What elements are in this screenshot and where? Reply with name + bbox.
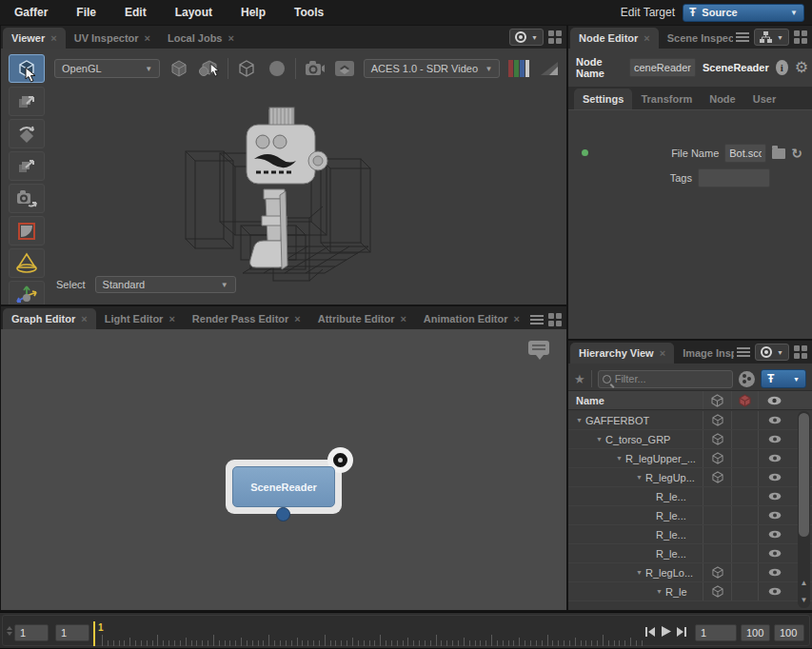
hierarchy-row[interactable]: ▼C_torso_GRP — [568, 430, 812, 449]
file-name-input[interactable] — [724, 144, 766, 163]
hierarchy-row[interactable]: ▼R_legLo... — [568, 563, 812, 582]
scroll-down-icon[interactable]: ▼ — [798, 596, 810, 604]
wireframe-toggle-button[interactable] — [235, 57, 259, 80]
render-cell[interactable] — [731, 468, 758, 486]
cube-column-header[interactable] — [703, 391, 731, 409]
cube-cell[interactable] — [703, 411, 731, 429]
cube-cell[interactable] — [703, 544, 731, 562]
channels-rgb-icon[interactable] — [506, 57, 530, 80]
bookmark-star-icon[interactable]: ★ — [574, 372, 585, 386]
exposure-gamma-icon[interactable] — [537, 57, 561, 80]
close-icon[interactable]: × — [228, 32, 233, 44]
expand-arrow-icon[interactable]: ▼ — [616, 455, 623, 462]
shading-mode-button[interactable] — [167, 57, 190, 80]
crop-window-tool-button[interactable] — [9, 216, 45, 246]
render-cell[interactable] — [731, 544, 758, 562]
tab-render-pass-editor[interactable]: Render Pass Editor× — [184, 308, 309, 329]
node-name-input[interactable] — [629, 58, 696, 77]
tab-node-editor[interactable]: Node Editor× — [570, 28, 659, 49]
scrollbar-thumb[interactable] — [799, 413, 809, 537]
hierarchy-row[interactable]: ▼R_le — [568, 582, 812, 601]
tab-hierarchy-view[interactable]: Hierarchy View× — [570, 343, 674, 364]
close-icon[interactable]: × — [294, 313, 300, 324]
layout-menu-icon[interactable] — [548, 30, 562, 44]
close-icon[interactable]: × — [50, 32, 56, 44]
gear-icon[interactable]: ⚙ — [795, 60, 808, 75]
graph-editor-canvas[interactable]: SceneReader — [1, 329, 566, 610]
layout-menu-icon[interactable] — [548, 313, 562, 326]
edit-target-dropdown[interactable]: Ŧ Source ▼ — [683, 4, 804, 22]
menu-layout[interactable]: Layout — [161, 6, 227, 19]
visibility-cell[interactable] — [758, 430, 790, 448]
selection-mask-button[interactable] — [197, 57, 221, 80]
tab-settings[interactable]: Settings — [574, 88, 632, 109]
playhead[interactable] — [93, 621, 95, 646]
tab-transform[interactable]: Transform — [632, 88, 701, 109]
menu-gaffer[interactable]: Gaffer — [0, 6, 62, 19]
refresh-icon[interactable]: ↻ — [791, 147, 802, 160]
folder-browse-icon[interactable] — [772, 148, 785, 159]
rotate-tool-button[interactable] — [9, 119, 45, 148]
expand-arrow-icon[interactable]: ▼ — [576, 417, 583, 423]
renderer-dropdown[interactable]: OpenGL ▼ — [54, 59, 160, 78]
current-frame-field[interactable] — [695, 624, 737, 641]
translate-tool-button[interactable] — [9, 87, 45, 116]
layout-menu-icon[interactable] — [794, 345, 807, 359]
render-cell[interactable] — [731, 411, 758, 429]
node-output-port[interactable] — [276, 507, 290, 521]
light-tool-button[interactable] — [9, 248, 45, 278]
tab-scene-inspecto[interactable]: Scene Inspecto — [659, 28, 733, 49]
close-icon[interactable]: × — [168, 313, 174, 324]
annotation-bubble-icon[interactable] — [528, 341, 549, 355]
filter-box[interactable] — [598, 370, 733, 388]
cube-cell[interactable] — [703, 582, 731, 600]
visibility-cell[interactable] — [758, 525, 790, 543]
tab-list-icon[interactable] — [736, 32, 749, 42]
display-transform-dropdown[interactable]: ACES 1.0 - SDR Video ▼ — [364, 59, 501, 78]
visibility-cell[interactable] — [758, 544, 790, 562]
scene-reader-node[interactable]: SceneReader — [226, 460, 342, 514]
cube-cell[interactable] — [703, 563, 731, 581]
select-tool-button[interactable] — [9, 54, 45, 83]
hierarchy-row[interactable]: ▼GAFFERBOT — [568, 411, 812, 430]
render-cell[interactable] — [731, 487, 758, 505]
timeline-ruler[interactable] — [102, 623, 647, 646]
scrollbar[interactable]: ▲ ▼ — [798, 411, 810, 608]
hierarchy-row[interactable]: R_le... — [568, 487, 812, 506]
close-icon[interactable]: × — [660, 347, 665, 359]
visibility-column-header[interactable] — [758, 391, 790, 409]
skip-to-start-icon[interactable] — [644, 626, 656, 638]
play-icon[interactable] — [660, 625, 672, 638]
tags-input[interactable] — [698, 168, 770, 187]
hierarchy-settings-dropdown[interactable]: ▼ — [755, 344, 789, 361]
frame-spinner[interactable] — [7, 626, 12, 636]
render-cell[interactable] — [731, 563, 758, 581]
expand-arrow-icon[interactable]: ▼ — [596, 436, 603, 442]
close-icon[interactable]: × — [513, 313, 519, 324]
viewer-viewport[interactable]: OpenGL ▼ — [1, 49, 566, 305]
close-icon[interactable]: × — [81, 313, 87, 324]
render-cell[interactable] — [731, 449, 758, 467]
render-cell[interactable] — [731, 582, 758, 600]
visibility-cell[interactable] — [758, 582, 790, 600]
skip-to-end-icon[interactable] — [676, 626, 687, 638]
menu-edit[interactable]: Edit — [110, 6, 161, 19]
tab-list-icon[interactable] — [530, 315, 544, 324]
hierarchy-row[interactable]: R_le... — [568, 544, 812, 563]
layout-menu-icon[interactable] — [794, 30, 807, 44]
hierarchy-row[interactable]: R_le... — [568, 506, 812, 525]
transform-manipulator-button[interactable] — [9, 281, 45, 305]
camera-tool-button[interactable] — [9, 184, 45, 213]
expand-arrow-icon[interactable]: ▼ — [636, 569, 643, 576]
visibility-cell[interactable] — [758, 563, 790, 581]
frame-field-a[interactable] — [14, 624, 49, 641]
tab-image-inspe[interactable]: Image Inspe — [674, 343, 734, 364]
visibility-cell[interactable] — [758, 449, 790, 467]
visibility-cell[interactable] — [758, 411, 790, 429]
tab-animation-editor[interactable]: Animation Editor× — [415, 308, 527, 329]
tab-node[interactable]: Node — [701, 88, 744, 109]
frame-field-b[interactable] — [55, 624, 89, 641]
tab-viewer[interactable]: Viewer× — [3, 28, 66, 49]
visibility-cell[interactable] — [758, 487, 790, 505]
scale-tool-button[interactable] — [9, 151, 45, 181]
